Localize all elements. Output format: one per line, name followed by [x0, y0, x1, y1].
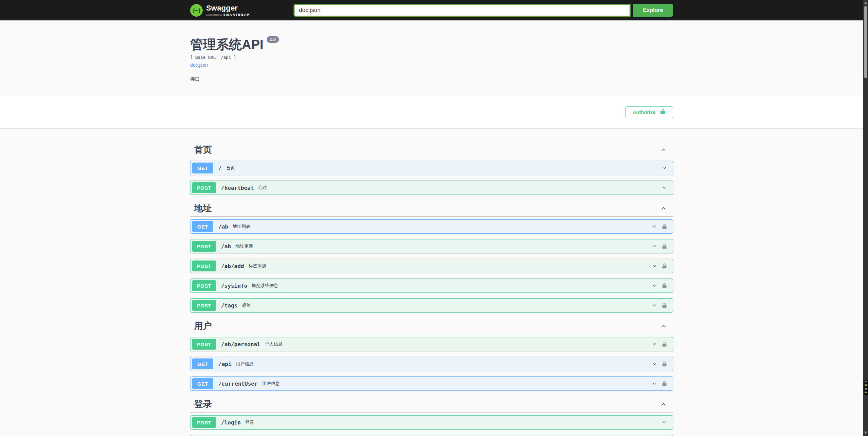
spec-link[interactable]: doc.json	[190, 62, 208, 68]
unlocked-padlock-icon[interactable]	[662, 263, 667, 269]
unlocked-padlock-icon[interactable]	[662, 303, 667, 308]
operation-row[interactable]: POST /sysinfo 提交系统信息	[190, 279, 673, 293]
operation-row[interactable]: POST /ab/add 标签添加	[190, 259, 673, 273]
operation-path[interactable]: /currentUser	[218, 381, 258, 387]
base-url: [ Base URL: /api ]	[190, 55, 673, 60]
operation-row[interactable]: GET /api 用户信息	[190, 357, 673, 371]
operation-path[interactable]: /heartbeat	[221, 185, 254, 191]
method-badge: POST	[192, 261, 216, 271]
operation-summary: 个人信息	[265, 341, 283, 347]
authorize-label: Authorize	[633, 110, 655, 115]
operation-row[interactable]: POST /login 登录	[190, 415, 673, 430]
scrollbar-up-arrow-icon[interactable]	[864, 2, 867, 4]
tag-title: 首页	[194, 145, 212, 155]
operation-path[interactable]: /	[218, 165, 222, 171]
unlocked-padlock-icon	[660, 108, 666, 116]
method-badge: GET	[192, 221, 213, 232]
tag-header-user[interactable]: 用户	[190, 318, 673, 334]
chevron-down-icon	[651, 381, 657, 387]
unlocked-padlock-icon[interactable]	[662, 341, 667, 347]
unlocked-padlock-icon[interactable]	[662, 224, 667, 230]
operation-summary: 标签	[242, 302, 251, 308]
swagger-logo[interactable]: {···} Swagger Supported bySMARTBEAR	[190, 4, 250, 17]
topbar: {···} Swagger Supported bySMARTBEAR Expl…	[0, 0, 863, 20]
method-badge: POST	[192, 300, 216, 311]
operation-row[interactable]: GET /currentUser 用户信息	[190, 376, 673, 391]
operations-list: 首页 GET / 首页 POST /heartbeat 心跳 地址	[183, 128, 680, 436]
swagger-logo-icon: {···}	[190, 4, 203, 17]
chevron-up-icon	[660, 401, 667, 408]
operation-row[interactable]: POST /tags 标签	[190, 298, 673, 313]
operation-path[interactable]: /ab/personal	[221, 341, 261, 348]
tag-header-address[interactable]: 地址	[190, 200, 673, 217]
spec-url-input[interactable]	[294, 4, 631, 17]
unlocked-padlock-icon[interactable]	[662, 381, 667, 387]
chevron-down-icon	[661, 165, 667, 171]
api-title: 管理系统API1.0	[190, 37, 673, 52]
chevron-down-icon	[651, 223, 657, 230]
operation-summary: 地址更新	[235, 243, 253, 249]
operation-row[interactable]: POST /ab 地址更新	[190, 239, 673, 253]
operation-path[interactable]: /ab	[218, 223, 228, 230]
authorize-button[interactable]: Authorize	[625, 106, 673, 118]
operation-row[interactable]: POST /ab/personal 个人信息	[190, 337, 673, 351]
tag-section-address: 地址 GET /ab 地址列表 POST /ab 地址更新 POST /ab/a…	[190, 200, 673, 313]
scrollbar-thumb[interactable]	[864, 6, 867, 78]
operation-row[interactable]: GET /ab 地址列表	[190, 219, 673, 234]
scrollbar-down-arrow-icon[interactable]	[864, 432, 867, 434]
operation-path[interactable]: /tags	[221, 302, 237, 309]
info-section: 管理系统API1.0 [ Base URL: /api ] doc.json 接…	[0, 20, 863, 96]
chevron-down-icon	[661, 419, 667, 425]
method-badge: GET	[192, 358, 213, 369]
tag-title: 地址	[194, 203, 212, 214]
chevron-up-icon	[660, 147, 667, 153]
unlocked-padlock-icon[interactable]	[662, 244, 667, 249]
swagger-ui-page: {···} Swagger Supported bySMARTBEAR Expl…	[0, 0, 863, 436]
method-badge: POST	[192, 280, 216, 291]
chevron-down-icon	[651, 341, 657, 347]
operation-summary: 提交系统信息	[252, 283, 278, 289]
operation-summary: 用户信息	[236, 361, 254, 367]
operation-path[interactable]: /sysinfo	[221, 283, 247, 289]
scheme-container: Authorize	[0, 96, 863, 128]
vertical-scrollbar[interactable]	[863, 0, 868, 436]
tag-section-user: 用户 POST /ab/personal 个人信息 GET /api 用户信息 …	[190, 318, 673, 391]
method-badge: POST	[192, 339, 216, 350]
chevron-down-icon	[651, 263, 657, 269]
operation-summary: 地址列表	[233, 223, 250, 230]
scroll-marker-widget[interactable]	[864, 380, 868, 395]
api-description: 接口	[190, 76, 673, 82]
operation-summary: 用户信息	[262, 381, 280, 387]
chevron-down-icon	[651, 302, 657, 308]
method-badge: POST	[192, 417, 216, 428]
spec-url-form: Explore	[294, 4, 673, 17]
tag-header-home[interactable]: 首页	[190, 142, 673, 158]
brand-name: Swagger	[206, 4, 250, 12]
tag-section-login: 登录 POST /login 登录 POST /login/captcha 登录…	[190, 396, 673, 436]
method-badge: POST	[192, 182, 216, 193]
tag-header-login[interactable]: 登录	[190, 396, 673, 413]
method-badge: POST	[192, 241, 216, 252]
operation-row[interactable]: GET / 首页	[190, 161, 673, 175]
tag-title: 登录	[194, 399, 212, 409]
unlocked-padlock-icon[interactable]	[662, 361, 667, 367]
tag-title: 用户	[194, 321, 212, 331]
operation-path[interactable]: /ab	[221, 243, 231, 250]
operation-row[interactable]: POST /heartbeat 心跳	[190, 181, 673, 195]
chevron-down-icon	[651, 243, 657, 249]
operation-path[interactable]: /ab/add	[221, 263, 244, 269]
chevron-down-icon	[651, 361, 657, 367]
method-badge: GET	[192, 163, 213, 173]
operation-path[interactable]: /login	[221, 419, 241, 426]
operation-summary: 首页	[226, 165, 235, 171]
chevron-up-icon	[660, 323, 667, 330]
explore-button[interactable]: Explore	[633, 4, 673, 17]
method-badge: GET	[192, 378, 213, 389]
version-badge: 1.0	[267, 36, 279, 43]
operation-path[interactable]: /api	[218, 361, 232, 367]
operation-summary: 心跳	[258, 185, 267, 191]
operation-summary: 登录	[245, 419, 254, 425]
chevron-down-icon	[651, 283, 657, 289]
unlocked-padlock-icon[interactable]	[662, 283, 667, 289]
chevron-up-icon	[660, 205, 667, 212]
